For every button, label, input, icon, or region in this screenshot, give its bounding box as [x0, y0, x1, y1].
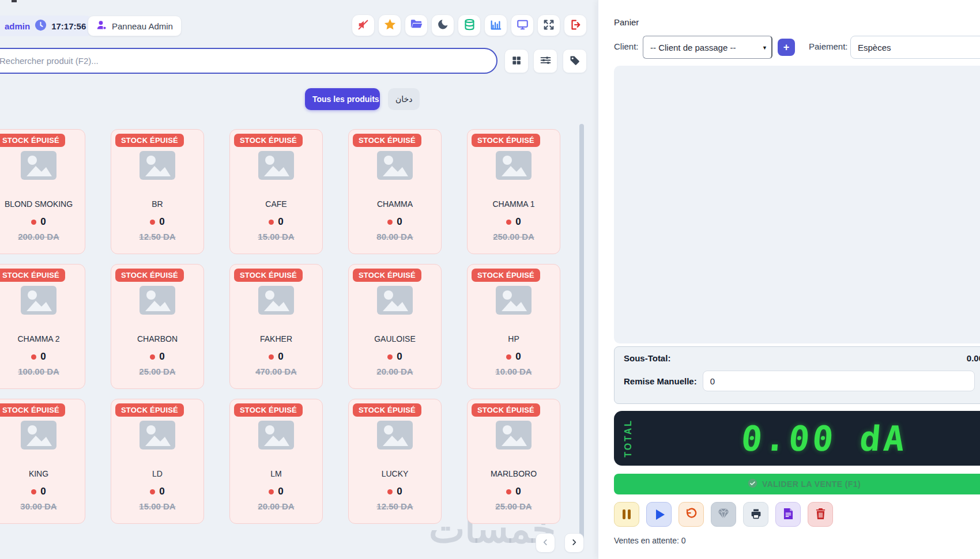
- discount-row: Remise Manuelle: DA: [624, 371, 980, 391]
- filters-button[interactable]: [533, 49, 557, 73]
- undo-icon: [685, 507, 698, 522]
- search-input[interactable]: [0, 48, 497, 74]
- bar-chart-icon: [489, 18, 502, 33]
- product-price: 20.00 DA: [258, 501, 294, 511]
- product-stock: 0: [278, 351, 283, 362]
- product-card[interactable]: STOCK ÉPUISÉ FAKHER 0 470.00 DA: [229, 264, 323, 389]
- stock-dot-icon: [31, 220, 36, 225]
- mute-icon: [357, 18, 370, 33]
- check-circle-icon: [748, 478, 757, 490]
- product-card[interactable]: STOCK ÉPUISÉ LUCKY 0 12.50 DA: [348, 399, 442, 524]
- category-tobacco-button[interactable]: دخان: [388, 88, 420, 110]
- product-stock: 0: [397, 486, 402, 497]
- product-card[interactable]: STOCK ÉPUISÉ KING 0 30.00 DA: [0, 399, 85, 524]
- product-price: 15.00 DA: [139, 501, 175, 511]
- product-name: LD: [152, 469, 163, 478]
- image-placeholder-icon: [377, 286, 413, 317]
- logout-icon: [569, 18, 582, 33]
- user-gear-icon: [96, 20, 107, 32]
- top-toolbar: [352, 14, 587, 36]
- stock-badge: STOCK ÉPUISÉ: [353, 134, 421, 147]
- loyalty-button[interactable]: [711, 502, 736, 527]
- stock-badge: STOCK ÉPUISÉ: [0, 134, 65, 147]
- logout-button[interactable]: [564, 14, 587, 36]
- product-name: BLOND SMOKING: [5, 199, 73, 209]
- product-stock-row: 0: [269, 351, 283, 362]
- payment-select[interactable]: Espèces: [850, 36, 980, 59]
- favorites-button[interactable]: [378, 14, 401, 36]
- image-placeholder-icon: [140, 286, 175, 317]
- product-name: CAFE: [265, 199, 287, 209]
- play-icon: [656, 509, 665, 520]
- open-folder-button[interactable]: [405, 14, 428, 36]
- invoice-button[interactable]: [775, 502, 801, 527]
- product-card[interactable]: STOCK ÉPUISÉ LD 0 15.00 DA: [111, 399, 204, 524]
- fullscreen-button[interactable]: [537, 14, 560, 36]
- stock-badge: STOCK ÉPUISÉ: [115, 403, 184, 417]
- pending-sales-label: Ventes en attente: 0: [614, 536, 686, 545]
- tag-icon: [569, 55, 581, 68]
- product-stock-row: 0: [387, 486, 402, 497]
- image-placeholder-icon: [377, 421, 413, 452]
- clear-cart-button[interactable]: [808, 502, 833, 527]
- validate-sale-label: VALIDER LA VENTE (F1): [762, 479, 861, 489]
- statistics-button[interactable]: [484, 14, 507, 36]
- admin-panel-button[interactable]: Panneau Admin: [88, 16, 182, 36]
- stock-badge: STOCK ÉPUISÉ: [353, 269, 421, 282]
- product-price: 200.00 DA: [18, 232, 59, 241]
- product-price: 12.50 DA: [376, 501, 413, 511]
- undo-button[interactable]: [679, 502, 704, 527]
- product-list-scrollbar[interactable]: [579, 124, 584, 545]
- folder-open-icon: [410, 18, 423, 33]
- product-stock-row: 0: [31, 216, 46, 228]
- tags-button[interactable]: [563, 49, 587, 73]
- product-card[interactable]: STOCK ÉPUISÉ CAFE 0 15.00 DA: [229, 129, 323, 254]
- product-stock: 0: [515, 486, 521, 497]
- total-display: TOTAL 0.00 dA: [614, 411, 980, 466]
- product-card[interactable]: STOCK ÉPUISÉ BR 0 12.50 DA: [111, 129, 204, 254]
- mute-button[interactable]: [352, 14, 375, 36]
- validate-sale-button[interactable]: VALIDER LA VENTE (F1): [614, 474, 980, 494]
- product-stock-row: 0: [269, 216, 283, 228]
- product-card[interactable]: STOCK ÉPUISÉ CHAMMA 1 0 250.00 DA: [467, 129, 560, 254]
- stock-dot-icon: [269, 489, 274, 494]
- product-stock: 0: [397, 216, 402, 228]
- grid-view-button[interactable]: [504, 49, 529, 73]
- product-name: HP: [508, 334, 519, 343]
- product-card[interactable]: STOCK ÉPUISÉ GAULOISE 0 20.00 DA: [348, 264, 442, 389]
- add-client-button[interactable]: +: [778, 39, 795, 56]
- star-icon: [383, 18, 397, 33]
- next-page-button[interactable]: [564, 533, 584, 553]
- hold-sale-button[interactable]: [614, 502, 639, 527]
- resume-sale-button[interactable]: [646, 502, 672, 527]
- image-placeholder-icon: [496, 421, 532, 452]
- product-card[interactable]: STOCK ÉPUISÉ CHAMMA 0 80.00 DA: [348, 129, 442, 254]
- product-card[interactable]: STOCK ÉPUISÉ HP 0 10.00 DA: [467, 264, 560, 389]
- stock-badge: STOCK ÉPUISÉ: [472, 269, 540, 282]
- product-card[interactable]: STOCK ÉPUISÉ LM 0 20.00 DA: [229, 399, 323, 524]
- product-stock: 0: [40, 351, 46, 362]
- totals-box: Sous-Total: 0.00 Remise Manuelle: DA: [614, 346, 980, 404]
- cart-title: Panier: [614, 17, 639, 27]
- product-card[interactable]: STOCK ÉPUISÉ MARLBORO 0 25.00 DA: [467, 399, 560, 524]
- screen-edge-artifact: [12, 0, 17, 2]
- category-all-button[interactable]: Tous les produits: [305, 88, 380, 110]
- dark-mode-button[interactable]: [431, 14, 454, 36]
- client-select[interactable]: -- Client de passage -- ▼: [643, 36, 772, 59]
- display-button[interactable]: [511, 14, 534, 36]
- monitor-icon: [516, 18, 529, 33]
- product-card[interactable]: STOCK ÉPUISÉ CHARBON 0 25.00 DA: [111, 264, 204, 389]
- username-label: admin: [5, 21, 30, 31]
- subtotal-row: Sous-Total: 0.00: [624, 353, 980, 363]
- database-button[interactable]: [458, 14, 481, 36]
- print-button[interactable]: [743, 502, 768, 527]
- product-name: BR: [152, 199, 163, 209]
- clock-icon: [35, 19, 47, 33]
- product-card[interactable]: STOCK ÉPUISÉ BLOND SMOKING 0 200.00 DA: [0, 129, 85, 254]
- user-session-chip: admin 17:17:56: [0, 16, 95, 36]
- product-price: 20.00 DA: [376, 367, 413, 376]
- product-card[interactable]: STOCK ÉPUISÉ CHAMMA 2 0 100.00 DA: [0, 264, 85, 389]
- discount-input[interactable]: [703, 371, 975, 391]
- product-stock: 0: [159, 216, 164, 228]
- prev-page-button[interactable]: [536, 533, 555, 553]
